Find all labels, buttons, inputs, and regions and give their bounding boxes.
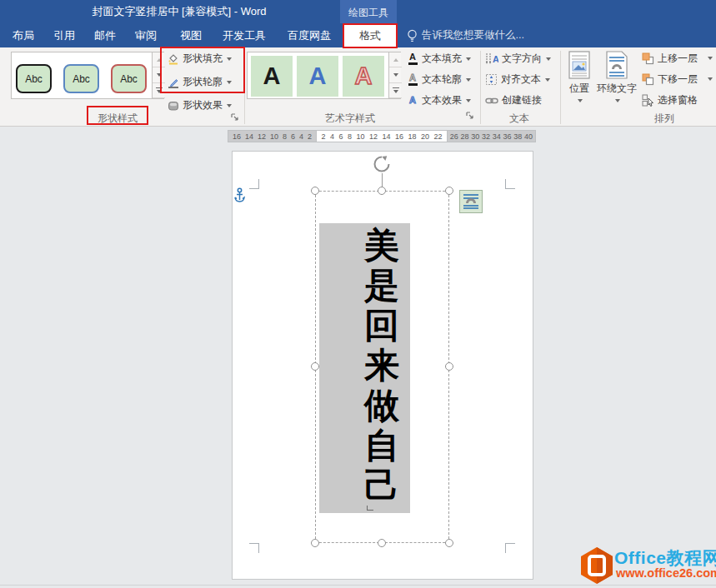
shape-fill-button[interactable]: 形状填充	[168, 51, 232, 67]
chevron-down-icon	[227, 57, 232, 61]
text-effects-label: 文本效果	[422, 93, 462, 107]
gallery-scroll-down-button[interactable]	[153, 67, 165, 82]
shape-styles-group-label: 形状样式	[88, 112, 147, 126]
shape-fill-label: 形状填充	[183, 52, 223, 66]
ruler-number: 16	[395, 132, 403, 141]
text-fill-label: 文本填充	[422, 52, 462, 66]
bring-forward-dropdown-icon[interactable]	[708, 57, 713, 60]
selection-pane-button[interactable]: 选择窗格	[642, 92, 698, 108]
chevron-down-icon	[546, 57, 551, 61]
office-logo-icon	[579, 546, 614, 585]
ruler-number: 20	[421, 132, 429, 141]
ruler-left-margin-segment[interactable]: 161412108642	[228, 130, 317, 142]
chain-link-icon	[485, 96, 498, 106]
ruler-page-segment[interactable]: 246810121416182022	[316, 130, 448, 142]
ribbon-tab-row: 布局 引用 邮件 审阅 视图 开发工具 百度网盘 格式 告诉我您想要做什么...	[0, 23, 716, 47]
gallery-scroll-up-button[interactable]	[153, 52, 165, 67]
tab-layout[interactable]: 布局	[5, 23, 42, 47]
create-link-button[interactable]: 创建链接	[485, 92, 542, 108]
group-separator	[560, 51, 561, 124]
position-icon	[568, 51, 590, 79]
text-outline-button[interactable]: A 文本轮廓	[407, 72, 471, 87]
position-button[interactable]: 位置	[564, 51, 594, 102]
gallery-more-button[interactable]	[153, 83, 165, 98]
tell-me-box[interactable]: 告诉我您想要做什么...	[422, 23, 524, 47]
shape-outline-button[interactable]: 形状轮廓	[168, 74, 232, 90]
wrap-text-label: 环绕文字	[597, 82, 637, 96]
selection-pane-label: 选择窗格	[658, 93, 698, 107]
wordart-preset-2[interactable]: A	[297, 56, 338, 97]
text-effects-button[interactable]: A 文本效果	[407, 92, 471, 108]
tab-view[interactable]: 视图	[173, 23, 209, 47]
wrap-text-button[interactable]: 环绕文字	[595, 51, 638, 102]
send-backward-button[interactable]: 下移一层	[642, 72, 698, 87]
resize-handle-bottom-right[interactable]	[445, 539, 453, 547]
tab-review[interactable]: 审阅	[128, 23, 164, 47]
resize-handle-top-center[interactable]	[378, 187, 386, 195]
shape-style-preset-1[interactable]: Abc	[16, 64, 52, 93]
vertical-text-column[interactable]: 美是回来做自己	[362, 226, 402, 506]
ruler-number: 6	[338, 132, 343, 141]
rotation-handle[interactable]	[373, 155, 391, 173]
ruler-number: 26	[450, 132, 458, 141]
tab-mailings[interactable]: 邮件	[87, 23, 123, 47]
shape-style-preset-3[interactable]: Abc	[111, 64, 147, 93]
ruler-number: 4	[299, 132, 303, 141]
text-direction-label: 文字方向	[502, 52, 542, 66]
bring-forward-label: 上移一层	[658, 52, 698, 66]
gallery-more-button[interactable]	[389, 83, 402, 98]
gallery-scroll-up-button[interactable]	[389, 52, 402, 67]
align-text-label: 对齐文本	[501, 72, 541, 87]
chevron-down-icon	[615, 99, 620, 102]
bring-forward-button[interactable]: 上移一层	[642, 51, 698, 67]
bring-forward-icon	[642, 52, 654, 65]
ruler-number: 16	[233, 132, 241, 141]
textbox-char: 做	[362, 386, 402, 426]
ruler-number: 14	[382, 132, 390, 141]
ruler-number: 40	[524, 132, 533, 141]
chevron-down-icon	[466, 78, 471, 82]
text-direction-button[interactable]: A 文字方向	[485, 51, 551, 67]
lightbulb-icon	[407, 29, 418, 43]
text-fill-button[interactable]: A 文本填充	[407, 51, 471, 67]
tab-baidu-netdisk[interactable]: 百度网盘	[280, 23, 338, 47]
gallery-scrollbar	[388, 52, 401, 98]
ruler-number: 36	[503, 132, 512, 141]
word-window: 封面文字竖排居中 [兼容模式] - Word 绘图工具 布局 引用 邮件 审阅 …	[0, 0, 716, 588]
anchor-icon[interactable]	[233, 187, 246, 204]
wordart-preset-1[interactable]: A	[251, 56, 293, 97]
resize-handle-top-left[interactable]	[311, 187, 319, 195]
resize-handle-bottom-left[interactable]	[311, 539, 319, 547]
tab-references[interactable]: 引用	[46, 23, 83, 47]
chevron-down-icon	[466, 57, 471, 61]
resize-handle-mid-right[interactable]	[445, 362, 453, 371]
shape-styles-dialog-launcher-icon[interactable]	[231, 113, 240, 122]
ruler-number: 12	[369, 132, 378, 141]
wordart-preset-3[interactable]: A	[343, 56, 384, 97]
tab-developer[interactable]: 开发工具	[215, 23, 273, 47]
resize-handle-top-right[interactable]	[445, 187, 453, 195]
layout-options-button[interactable]	[459, 190, 483, 213]
selection-pane-icon	[642, 94, 654, 107]
window-title: 封面文字竖排居中 [兼容模式] - Word	[0, 0, 358, 23]
text-outline-icon: A	[407, 73, 418, 86]
shape-style-preset-2[interactable]: Abc	[63, 64, 99, 93]
tab-format-active[interactable]: 格式	[344, 23, 396, 47]
ruler-right-margin-segment[interactable]: 2628303234363840	[447, 130, 536, 142]
gallery-scroll-down-button[interactable]	[389, 67, 402, 82]
resize-handle-mid-left[interactable]	[311, 362, 319, 371]
ruler-number: 18	[408, 132, 416, 141]
arrange-group-label: 排列	[631, 112, 698, 126]
textbox-char: 自	[362, 426, 402, 466]
title-bar: 封面文字竖排居中 [兼容模式] - Word 绘图工具	[0, 0, 716, 23]
shape-effects-button[interactable]: 形状效果	[168, 97, 232, 113]
wordart-styles-group-label: 艺术字样式	[288, 112, 413, 126]
margin-corner-mark	[505, 543, 515, 553]
resize-handle-bottom-center[interactable]	[378, 539, 386, 547]
wordart-styles-dialog-launcher-icon[interactable]	[466, 112, 475, 121]
text-group-label: 文本	[486, 112, 553, 126]
send-backward-dropdown-icon[interactable]	[708, 77, 713, 81]
wordart-styles-gallery: A A A	[247, 52, 401, 99]
align-text-button[interactable]: 对齐文本	[485, 72, 550, 87]
text-fill-icon: A	[407, 52, 418, 65]
